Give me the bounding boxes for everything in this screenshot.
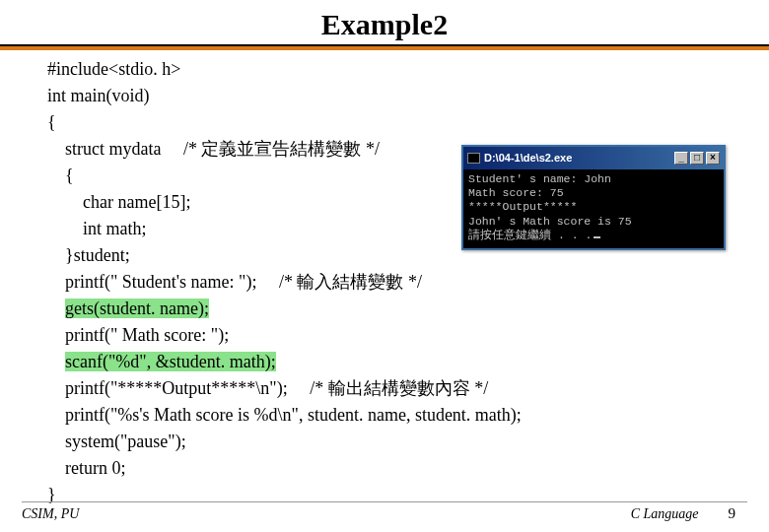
footer-right: C Language 9: [631, 505, 747, 522]
footer: CSIM, PU C Language 9: [0, 501, 769, 522]
close-button[interactable]: ×: [706, 152, 720, 165]
code-text: printf("*****Output*****\n");: [65, 378, 310, 398]
highlighted-code: gets(student. name);: [65, 299, 209, 318]
console-line: 請按任意鍵繼續 . . .: [468, 229, 592, 241]
footer-left: CSIM, PU: [22, 506, 79, 522]
console-window: D:\04-1\de\s2.exe _ □ × Student' s name:…: [461, 145, 726, 250]
footer-divider: [22, 501, 747, 502]
page-number: 9: [729, 505, 736, 522]
console-app-icon: [467, 153, 480, 164]
console-line: Math score: 75: [468, 186, 564, 199]
code-text: printf(" Student's name: ");: [65, 272, 279, 292]
code-line: #include<stdio. h>: [47, 56, 722, 83]
console-title-text: D:\04-1\de\s2.exe: [484, 150, 572, 166]
code-comment: /* 輸出結構變數內容 */: [310, 378, 488, 398]
console-cursor: [594, 236, 600, 238]
content-area: #include<stdio. h> int main(void) { stru…: [0, 56, 769, 508]
console-line: John' s Math score is 75: [468, 215, 632, 228]
console-output: Student' s name: John Math score: 75 ***…: [463, 169, 724, 249]
footer-course: C Language: [631, 506, 699, 522]
code-line: gets(student. name);: [47, 296, 722, 322]
window-controls: _ □ ×: [674, 152, 720, 165]
console-title-left: D:\04-1\de\s2.exe: [467, 150, 572, 166]
code-text: struct mydata: [65, 139, 183, 159]
code-line: scanf("%d", &student. math);: [47, 349, 722, 375]
console-titlebar: D:\04-1\de\s2.exe _ □ ×: [463, 147, 724, 169]
footer-row: CSIM, PU C Language 9: [22, 505, 747, 522]
console-line: *****Output*****: [468, 200, 577, 213]
divider-accent: [0, 46, 769, 50]
highlighted-code: scanf("%d", &student. math);: [65, 352, 276, 371]
slide-title: Example2: [0, 8, 769, 41]
slide: Example2 #include<stdio. h> int main(voi…: [0, 0, 769, 532]
code-comment: /* 定義並宣告結構變數 */: [183, 139, 380, 159]
code-line: {: [47, 109, 722, 136]
code-line: printf(" Student's name: "); /* 輸入結構變數 *…: [47, 269, 722, 296]
code-line: int main(void): [47, 83, 722, 109]
code-line: printf(" Math score: ");: [47, 322, 722, 349]
maximize-button[interactable]: □: [690, 152, 704, 165]
code-line: system("pause");: [47, 429, 722, 455]
code-line: return 0;: [47, 455, 722, 482]
code-line: printf("*****Output*****\n"); /* 輸出結構變數內…: [47, 375, 722, 402]
minimize-button[interactable]: _: [674, 152, 688, 165]
console-line: Student' s name: John: [468, 172, 611, 185]
code-comment: /* 輸入結構變數 */: [279, 272, 422, 292]
code-line: printf("%s's Math score is %d\n", studen…: [47, 402, 722, 429]
